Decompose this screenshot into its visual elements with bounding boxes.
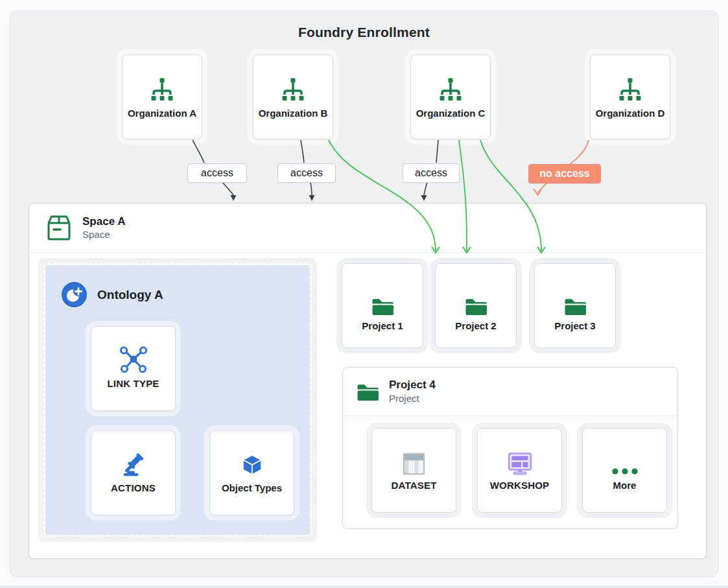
folder-icon <box>356 382 380 401</box>
project-label: Project 2 <box>455 320 496 331</box>
space-header: Space A Space <box>29 204 706 253</box>
ontology-header: Ontology A <box>62 282 163 307</box>
link-type-card: LINK TYPE <box>91 326 176 411</box>
organization-a-card: Organization A <box>122 54 202 139</box>
org-tree-icon <box>149 73 175 103</box>
more-label: More <box>613 480 637 491</box>
space-panel: Space A Space Ontolo <box>29 203 707 559</box>
diagram-title: Foundry Enrollment <box>0 25 728 40</box>
organization-label: Organization D <box>596 108 665 119</box>
organization-d-card: Organization D <box>590 54 670 139</box>
ontology-title: Ontology A <box>97 288 163 302</box>
page-bottom-edge <box>0 585 728 588</box>
actions-card: ACTIONS <box>91 430 176 515</box>
folder-icon <box>371 286 395 316</box>
link-nodes-icon <box>119 344 148 373</box>
ontology-sphere-icon <box>62 282 87 307</box>
organization-label: Organization B <box>259 108 328 119</box>
project-1-card: Project 1 <box>342 263 423 348</box>
org-tree-icon <box>438 73 464 103</box>
project-label: Project 1 <box>362 320 403 331</box>
folder-icon <box>563 286 587 316</box>
table-icon <box>403 445 425 475</box>
workshop-card: WORKSHOP <box>477 428 562 513</box>
access-badge: access <box>277 163 336 183</box>
dataset-card: DATASET <box>371 428 456 513</box>
project-2-card: Project 2 <box>435 263 517 348</box>
organization-label: Organization C <box>416 108 486 119</box>
project-4-subtitle: Project <box>389 393 436 405</box>
more-card: More <box>582 428 667 513</box>
actions-label: ACTIONS <box>111 482 156 493</box>
cube-icon <box>239 448 265 478</box>
space-title: Space A <box>82 215 125 228</box>
folder-icon <box>464 286 488 316</box>
gavel-icon <box>121 448 147 478</box>
ontology-region: Ontology A <box>43 263 312 537</box>
object-types-card: Object Types <box>209 430 294 515</box>
org-tree-icon <box>280 73 306 103</box>
link-type-label: LINK TYPE <box>107 378 159 389</box>
dataset-label: DATASET <box>391 480 436 491</box>
space-subtitle: Space <box>82 229 125 241</box>
project-3-card: Project 3 <box>534 263 616 348</box>
project-label: Project 3 <box>554 320 595 331</box>
project-4-title: Project 4 <box>389 379 436 392</box>
foundry-enrollment-diagram: Foundry Enrollment Organization A Organi… <box>0 0 728 588</box>
monitor-icon <box>507 445 533 475</box>
access-badge: access <box>187 163 247 183</box>
org-tree-icon <box>617 73 643 103</box>
access-badge: access <box>403 163 460 183</box>
project-4-header: Project 4 Project <box>343 368 677 416</box>
object-types-label: Object Types <box>222 482 282 493</box>
ellipsis-icon <box>611 445 639 475</box>
ontology-region-wrapper: Ontology A <box>38 258 317 542</box>
project-4-panel: Project 4 Project DATASET <box>342 367 678 529</box>
workshop-label: WORKSHOP <box>490 480 550 491</box>
organization-c-card: Organization C <box>410 54 491 139</box>
organization-label: Organization A <box>128 108 196 119</box>
organization-b-card: Organization B <box>253 54 333 139</box>
box-icon <box>45 213 73 243</box>
no-access-badge: no access <box>528 164 601 183</box>
